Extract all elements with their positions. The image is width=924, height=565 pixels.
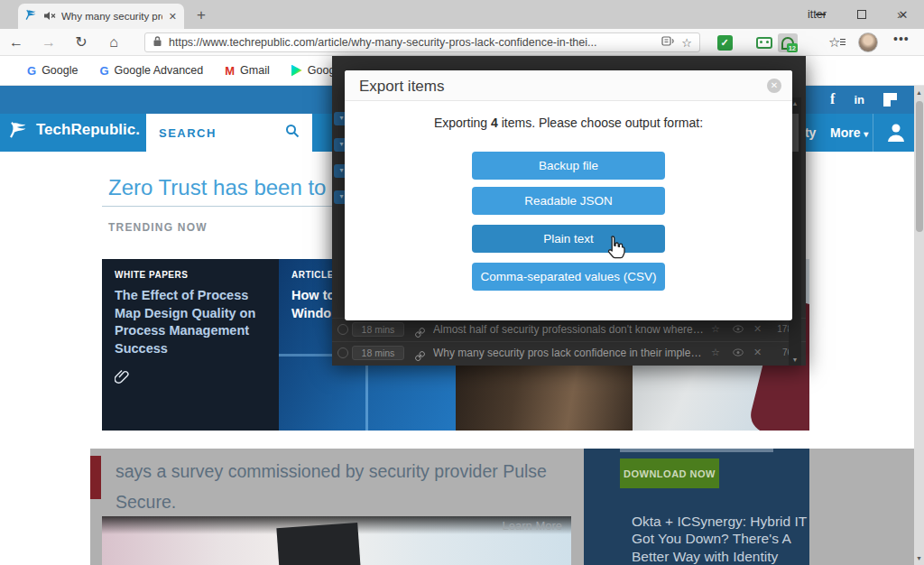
scroll-down-icon[interactable]: ▼ (789, 357, 801, 363)
browser-window: Why many security pros lac ✕ + ✕ ← → ↻ ⌂… (0, 0, 924, 565)
row-time-badge: 18 mins (352, 322, 404, 337)
inline-ad-image[interactable]: Learn More (102, 516, 571, 565)
read-aloud-icon[interactable] (661, 34, 675, 51)
bookmarks-overflow-icon[interactable]: › (897, 6, 901, 22)
site-favicon (25, 8, 39, 24)
row-title: Why many security pros lack confidence i… (433, 347, 704, 359)
refresh-icon[interactable]: ↻ (65, 33, 97, 51)
site-logo[interactable]: TechRepublic. (9, 121, 140, 139)
bookmark-gmail[interactable]: M Gmail (225, 64, 270, 78)
search-icon[interactable] (285, 124, 300, 142)
page-scrollbar[interactable]: ▲ ▼ (914, 86, 924, 565)
download-now-button[interactable]: DOWNLOAD NOW (620, 458, 719, 488)
mouse-cursor (605, 235, 628, 264)
tab-list-row[interactable]: 18 mins Why many security pros lack conf… (332, 341, 806, 363)
forward-icon[interactable]: → (32, 34, 65, 51)
favorite-star-icon[interactable]: ☆ (681, 36, 692, 50)
link-icon (415, 348, 425, 365)
article-lower-section: says a survey commissioned by security p… (90, 449, 915, 565)
plain-text-button[interactable]: Plain text (472, 225, 665, 253)
account-person-icon[interactable] (886, 122, 906, 145)
scrollbar-thumb[interactable] (916, 101, 923, 232)
techrepublic-flag-icon (9, 121, 31, 139)
scrollbar-thumb[interactable] (791, 114, 799, 152)
star-icon[interactable]: ☆ (711, 323, 720, 335)
tab-mute-icon[interactable] (44, 8, 56, 24)
flipboard-icon[interactable] (883, 93, 897, 107)
trending-now-label: TRENDING NOW (108, 221, 208, 234)
ad-title: Okta + ICSynergy: Hybrid IT Got You Down… (632, 513, 809, 565)
extension-badge: 12 (787, 43, 798, 52)
row-time-badge: 18 mins (352, 346, 404, 360)
lock-icon (152, 34, 162, 51)
tab-title: Why many security pros lac (61, 11, 162, 22)
home-icon[interactable]: ⌂ (97, 34, 130, 51)
browser-toolbar: ← → ↻ ⌂ https://www.techrepublic.com/art… (0, 29, 924, 56)
tab-list-row[interactable]: 18 mins Almost half of security professi… (332, 318, 806, 339)
learn-more-link[interactable]: Learn More (503, 519, 562, 533)
search-box[interactable]: SEARCH (146, 114, 312, 152)
readable-json-button[interactable]: Readable JSON (472, 187, 665, 215)
eye-icon[interactable] (733, 324, 744, 335)
article-heading[interactable]: Zero Trust has been to (108, 175, 326, 200)
bookmark-google[interactable]: G Google (27, 64, 78, 78)
maximize-button[interactable] (841, 0, 882, 29)
link-icon (415, 325, 425, 341)
url-text: https://www.techrepublic.com/article/why… (169, 36, 655, 49)
chevron-down-icon: ▾ (864, 129, 868, 139)
extension-check-icon[interactable]: ✓ (715, 33, 735, 52)
profile-avatar[interactable] (858, 32, 878, 52)
close-icon[interactable]: ✕ (753, 347, 762, 358)
extension-session-icon[interactable]: 12 (778, 33, 798, 52)
extension-roboform-icon[interactable] (754, 33, 774, 52)
scroll-down-icon[interactable]: ▼ (914, 555, 924, 561)
settings-menu-icon[interactable]: ••• (893, 32, 910, 46)
bookmark-google-advanced[interactable]: G Google Advanced (99, 64, 203, 78)
new-tab-button[interactable]: + (191, 5, 211, 25)
paperclip-icon (115, 369, 129, 389)
back-icon[interactable]: ← (0, 34, 32, 51)
gmail-icon: M (225, 64, 235, 78)
export-dialog: Export items ✕ Exporting 4 items. Please… (345, 70, 792, 320)
red-accent-bar (90, 456, 101, 499)
row-checkbox[interactable] (337, 347, 348, 358)
backup-file-button[interactable]: Backup file (472, 152, 665, 180)
facebook-icon[interactable]: f (830, 91, 835, 107)
search-label: SEARCH (159, 126, 217, 140)
dialog-close-icon[interactable]: ✕ (767, 79, 781, 93)
article-paragraph: says a survey commissioned by security p… (116, 456, 594, 517)
bookmark-twitter-partial[interactable]: itter (808, 8, 827, 21)
google-icon: G (27, 64, 36, 78)
eye-icon[interactable] (733, 347, 744, 358)
address-bar[interactable]: https://www.techrepublic.com/article/why… (144, 32, 700, 52)
favorites-hub-icon[interactable]: ☆ (828, 34, 840, 51)
dialog-message: Exporting 4 items. Please choose output … (345, 116, 792, 130)
title-bar: Why many security pros lac ✕ + ✕ (0, 0, 924, 29)
social-icons: f in (830, 91, 897, 107)
google-icon: G (99, 64, 108, 78)
sidebar-ad[interactable]: DOWNLOAD NOW Okta + ICSynergy: Hybrid IT… (584, 449, 809, 565)
dialog-title: Export items (359, 78, 444, 96)
csv-button[interactable]: Comma-separated values (CSV) (472, 263, 665, 291)
google-play-icon (291, 65, 302, 77)
trending-card-white-paper[interactable]: WHITE PAPERS The Effect of Process Map D… (102, 259, 279, 431)
window-close-button[interactable]: ✕ (882, 0, 924, 29)
dialog-header: Export items ✕ (345, 70, 792, 101)
row-title: Almost half of security professionals do… (433, 323, 704, 336)
scroll-up-icon[interactable]: ▲ (914, 89, 924, 96)
close-icon[interactable]: ✕ (753, 323, 762, 335)
browser-tab[interactable]: Why many security pros lac ✕ (18, 4, 184, 29)
star-icon[interactable]: ☆ (711, 347, 720, 358)
row-checkbox[interactable] (337, 324, 348, 335)
nav-more-menu[interactable]: More ▾ (830, 125, 868, 140)
linkedin-icon[interactable]: in (854, 93, 864, 107)
tab-close-icon[interactable]: ✕ (169, 11, 177, 23)
